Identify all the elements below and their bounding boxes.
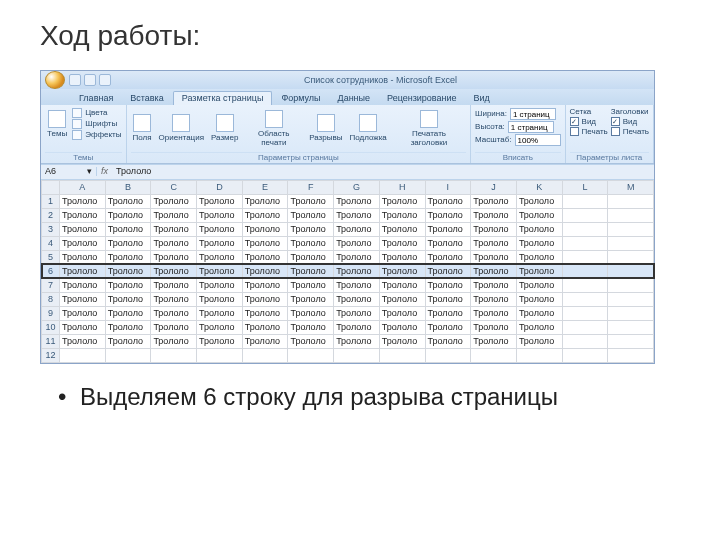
cell[interactable]: Трололо bbox=[151, 264, 197, 278]
cell[interactable]: Трололо bbox=[197, 278, 243, 292]
cell[interactable]: Трололо bbox=[334, 264, 380, 278]
tab-view[interactable]: Вид bbox=[466, 92, 498, 105]
cell[interactable]: Трололо bbox=[379, 278, 425, 292]
cell[interactable] bbox=[608, 264, 654, 278]
cell[interactable] bbox=[60, 348, 106, 362]
cell[interactable]: Трололо bbox=[425, 320, 471, 334]
cell[interactable]: Трололо bbox=[60, 208, 106, 222]
row-header[interactable]: 4 bbox=[42, 236, 60, 250]
cell[interactable]: Трололо bbox=[105, 222, 151, 236]
cell[interactable]: Трололо bbox=[60, 306, 106, 320]
cell[interactable]: Трололо bbox=[379, 306, 425, 320]
cell[interactable]: Трололо bbox=[334, 334, 380, 348]
cell[interactable]: Трололо bbox=[334, 208, 380, 222]
cell[interactable]: Трололо bbox=[379, 208, 425, 222]
cell[interactable]: Трололо bbox=[425, 264, 471, 278]
cell[interactable]: Трололо bbox=[197, 236, 243, 250]
fonts-button[interactable]: Шрифты bbox=[72, 119, 121, 129]
cell[interactable]: Трололо bbox=[288, 250, 334, 264]
cell[interactable] bbox=[562, 306, 608, 320]
cell[interactable] bbox=[562, 250, 608, 264]
cell[interactable]: Трололо bbox=[242, 320, 288, 334]
formula-bar-value[interactable]: Трололо bbox=[112, 167, 654, 176]
cell[interactable] bbox=[562, 236, 608, 250]
cell[interactable]: Трололо bbox=[60, 264, 106, 278]
table-row[interactable]: 3ТрололоТрололоТрололоТрололоТрололоТрол… bbox=[42, 222, 654, 236]
cell[interactable]: Трололо bbox=[242, 264, 288, 278]
cell[interactable] bbox=[471, 348, 517, 362]
cell[interactable]: Трололо bbox=[60, 236, 106, 250]
col-header[interactable]: B bbox=[105, 180, 151, 194]
fx-icon[interactable]: fx bbox=[97, 167, 112, 176]
table-row[interactable]: 12 bbox=[42, 348, 654, 362]
cell[interactable]: Трололо bbox=[425, 292, 471, 306]
cell[interactable] bbox=[562, 278, 608, 292]
orientation-button[interactable]: Ориентация bbox=[157, 112, 206, 145]
cell[interactable]: Трололо bbox=[425, 194, 471, 208]
cell[interactable]: Трололо bbox=[471, 250, 517, 264]
cell[interactable]: Трололо bbox=[60, 194, 106, 208]
cell[interactable]: Трололо bbox=[197, 264, 243, 278]
cell[interactable]: Трололо bbox=[105, 250, 151, 264]
cell[interactable] bbox=[562, 292, 608, 306]
cell[interactable]: Трололо bbox=[105, 264, 151, 278]
cell[interactable]: Трололо bbox=[151, 208, 197, 222]
cell[interactable] bbox=[608, 334, 654, 348]
cell[interactable] bbox=[608, 348, 654, 362]
cell[interactable]: Трололо bbox=[516, 250, 562, 264]
row-header[interactable]: 5 bbox=[42, 250, 60, 264]
cell[interactable]: Трололо bbox=[471, 320, 517, 334]
col-header[interactable]: F bbox=[288, 180, 334, 194]
cell[interactable]: Трололо bbox=[516, 292, 562, 306]
table-row[interactable]: 11ТрололоТрололоТрололоТрололоТрололоТро… bbox=[42, 334, 654, 348]
cell[interactable]: Трололо bbox=[105, 292, 151, 306]
cell[interactable]: Трололо bbox=[242, 194, 288, 208]
tab-home[interactable]: Главная bbox=[71, 92, 121, 105]
background-button[interactable]: Подложка bbox=[347, 112, 388, 145]
cell[interactable]: Трололо bbox=[471, 194, 517, 208]
cell[interactable]: Трололо bbox=[197, 334, 243, 348]
table-row[interactable]: 7ТрололоТрололоТрололоТрололоТрололоТрол… bbox=[42, 278, 654, 292]
col-header[interactable]: C bbox=[151, 180, 197, 194]
row-header[interactable]: 8 bbox=[42, 292, 60, 306]
cell[interactable]: Трололо bbox=[516, 334, 562, 348]
cell[interactable]: Трололо bbox=[334, 250, 380, 264]
cell[interactable]: Трололо bbox=[60, 250, 106, 264]
tab-formulas[interactable]: Формулы bbox=[273, 92, 328, 105]
cell[interactable]: Трололо bbox=[105, 278, 151, 292]
cell[interactable]: Трололо bbox=[379, 194, 425, 208]
cell[interactable] bbox=[608, 250, 654, 264]
cell[interactable]: Трололо bbox=[334, 222, 380, 236]
cell[interactable]: Трололо bbox=[379, 320, 425, 334]
cell[interactable]: Трололо bbox=[471, 222, 517, 236]
cell[interactable] bbox=[608, 292, 654, 306]
table-row[interactable]: 5ТрололоТрололоТрололоТрололоТрололоТрол… bbox=[42, 250, 654, 264]
cell[interactable] bbox=[562, 320, 608, 334]
cell[interactable]: Трололо bbox=[288, 264, 334, 278]
cell[interactable]: Трололо bbox=[334, 292, 380, 306]
cell[interactable]: Трололо bbox=[379, 236, 425, 250]
cell[interactable] bbox=[105, 348, 151, 362]
cell[interactable]: Трололо bbox=[151, 334, 197, 348]
cell[interactable]: Трололо bbox=[471, 236, 517, 250]
cell[interactable] bbox=[425, 348, 471, 362]
cell[interactable]: Трололо bbox=[151, 236, 197, 250]
row-header[interactable]: 10 bbox=[42, 320, 60, 334]
colors-button[interactable]: Цвета bbox=[72, 108, 121, 118]
row-header[interactable]: 7 bbox=[42, 278, 60, 292]
col-header[interactable]: H bbox=[379, 180, 425, 194]
tab-insert[interactable]: Вставка bbox=[122, 92, 171, 105]
cell[interactable] bbox=[562, 222, 608, 236]
cell[interactable]: Трололо bbox=[516, 264, 562, 278]
cell[interactable]: Трололо bbox=[197, 250, 243, 264]
cell[interactable]: Трололо bbox=[288, 292, 334, 306]
cell[interactable]: Трололо bbox=[334, 320, 380, 334]
cell[interactable]: Трололо bbox=[105, 334, 151, 348]
col-header[interactable]: M bbox=[608, 180, 654, 194]
table-row[interactable]: 9ТрололоТрололоТрололоТрололоТрололоТрол… bbox=[42, 306, 654, 320]
cell[interactable] bbox=[562, 264, 608, 278]
cell[interactable]: Трололо bbox=[516, 236, 562, 250]
grid[interactable]: ABCDEFGHIJKLM1ТрололоТрололоТрололоТроло… bbox=[41, 180, 654, 363]
cell[interactable]: Трололо bbox=[425, 250, 471, 264]
col-header[interactable]: I bbox=[425, 180, 471, 194]
